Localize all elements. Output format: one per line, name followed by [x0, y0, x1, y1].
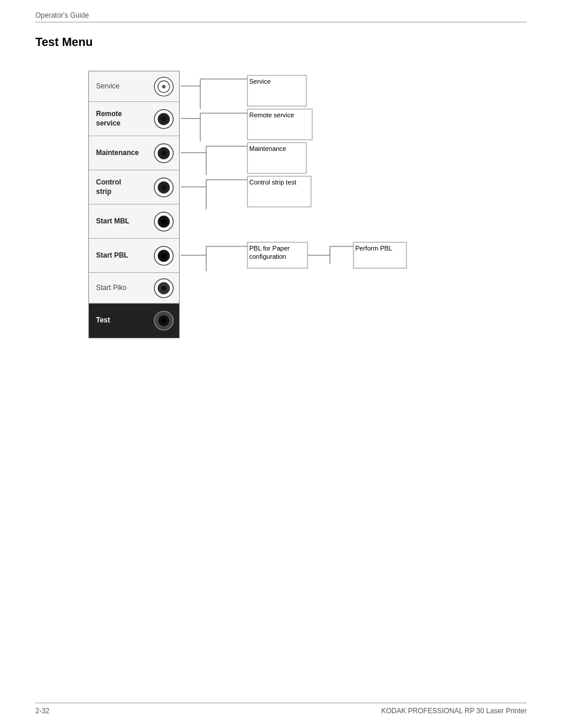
svg-text:configuration: configuration — [249, 253, 286, 260]
svg-text:Remote service: Remote service — [249, 111, 294, 118]
svg-text:Maintenance: Maintenance — [249, 145, 286, 152]
connector-lines: Service Remote service Maintenance Contr… — [88, 71, 418, 342]
page-footer: 2-32 KODAK PROFESSIONAL RP 30 Laser Prin… — [35, 703, 527, 715]
svg-text:Control strip test: Control strip test — [249, 179, 296, 186]
svg-text:PBL for Paper: PBL for Paper — [249, 245, 290, 252]
diagram-container: Service Remote service Maintenance — [88, 71, 418, 342]
page-title: Test Menu — [35, 35, 92, 49]
footer-page-number: 2-32 — [35, 707, 49, 715]
footer-product-name: KODAK PROFESSIONAL RP 30 Laser Printer — [381, 707, 527, 715]
header-text: Operator's Guide — [35, 11, 89, 19]
svg-text:Perform PBL: Perform PBL — [355, 245, 392, 252]
svg-text:Service: Service — [249, 78, 271, 85]
header-divider — [35, 22, 527, 22]
page-header: Operator's Guide — [35, 11, 527, 22]
